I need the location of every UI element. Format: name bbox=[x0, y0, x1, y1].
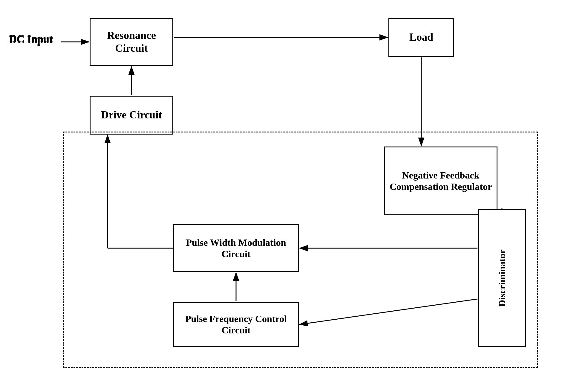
load-block: Load bbox=[388, 18, 454, 57]
dc-input-label: DC Input bbox=[9, 32, 53, 45]
drive-circuit-block: Drive Circuit bbox=[90, 96, 173, 135]
pwm-block: Pulse Width Modulation Circuit bbox=[173, 224, 299, 272]
block-diagram: DC Input DC Input Resonance Circuit Load… bbox=[0, 0, 588, 392]
resonance-circuit-block: Resonance Circuit bbox=[90, 18, 173, 66]
negative-feedback-block: Negative Feedback Compensation Regulator bbox=[384, 147, 497, 215]
discriminator-block: Discriminator bbox=[478, 209, 526, 347]
pfc-block: Pulse Frequency Control Circuit bbox=[173, 302, 299, 347]
